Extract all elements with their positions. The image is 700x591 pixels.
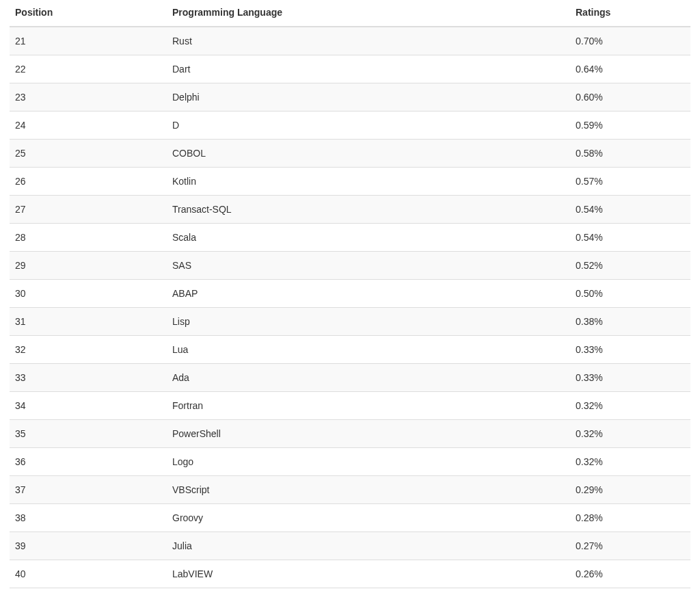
table-row: 22Dart0.64% [10, 55, 690, 83]
cell-language: PowerShell [167, 420, 570, 448]
cell-language: Lua [167, 336, 570, 364]
cell-position: 37 [10, 476, 167, 504]
header-language: Programming Language [167, 0, 570, 27]
cell-ratings: 0.32% [570, 392, 690, 420]
cell-language: Rust [167, 27, 570, 55]
cell-ratings: 0.60% [570, 83, 690, 111]
header-position: Position [10, 0, 167, 27]
cell-language: Julia [167, 532, 570, 560]
table-row: 30ABAP0.50% [10, 280, 690, 308]
table-row: 33Ada0.33% [10, 364, 690, 392]
cell-language: D [167, 111, 570, 140]
table-row: 37VBScript0.29% [10, 476, 690, 504]
cell-position: 29 [10, 252, 167, 280]
cell-ratings: 0.64% [570, 55, 690, 83]
cell-ratings: 0.33% [570, 364, 690, 392]
table-row: 32Lua0.33% [10, 336, 690, 364]
table-row: 26Kotlin0.57% [10, 168, 690, 196]
cell-position: 33 [10, 364, 167, 392]
cell-ratings: 0.27% [570, 532, 690, 560]
cell-ratings: 0.50% [570, 280, 690, 308]
cell-position: 23 [10, 83, 167, 111]
cell-ratings: 0.58% [570, 140, 690, 168]
cell-ratings: 0.54% [570, 224, 690, 252]
cell-position: 31 [10, 308, 167, 336]
cell-position: 34 [10, 392, 167, 420]
table-row: 25COBOL0.58% [10, 140, 690, 168]
cell-position: 21 [10, 27, 167, 55]
cell-position: 40 [10, 560, 167, 588]
cell-ratings: 0.28% [570, 504, 690, 532]
cell-language: Logo [167, 448, 570, 476]
table-row: 39Julia0.27% [10, 532, 690, 560]
cell-position: 36 [10, 448, 167, 476]
table-row: 36Logo0.32% [10, 448, 690, 476]
cell-language: Ada [167, 364, 570, 392]
cell-language: Scala [167, 224, 570, 252]
table-row: 28Scala0.54% [10, 224, 690, 252]
table-row: 21Rust0.70% [10, 27, 690, 55]
header-ratings: Ratings [570, 0, 690, 27]
cell-language: Transact-SQL [167, 196, 570, 224]
cell-position: 38 [10, 504, 167, 532]
cell-ratings: 0.59% [570, 111, 690, 140]
cell-ratings: 0.32% [570, 448, 690, 476]
table-body: 21Rust0.70%22Dart0.64%23Delphi0.60%24D0.… [10, 27, 690, 588]
table-row: 31Lisp0.38% [10, 308, 690, 336]
cell-ratings: 0.52% [570, 252, 690, 280]
cell-ratings: 0.70% [570, 27, 690, 55]
cell-language: Delphi [167, 83, 570, 111]
cell-position: 32 [10, 336, 167, 364]
table-row: 40LabVIEW0.26% [10, 560, 690, 588]
table-row: 29SAS0.52% [10, 252, 690, 280]
cell-ratings: 0.32% [570, 420, 690, 448]
cell-language: VBScript [167, 476, 570, 504]
cell-ratings: 0.33% [570, 336, 690, 364]
table-header-row: Position Programming Language Ratings [10, 0, 690, 27]
cell-position: 22 [10, 55, 167, 83]
cell-language: Kotlin [167, 168, 570, 196]
cell-position: 25 [10, 140, 167, 168]
cell-language: Lisp [167, 308, 570, 336]
cell-language: COBOL [167, 140, 570, 168]
cell-ratings: 0.54% [570, 196, 690, 224]
cell-language: ABAP [167, 280, 570, 308]
cell-ratings: 0.38% [570, 308, 690, 336]
table-row: 24D0.59% [10, 111, 690, 140]
cell-position: 28 [10, 224, 167, 252]
language-ranking-table-container: Position Programming Language Ratings 21… [0, 0, 700, 588]
cell-language: LabVIEW [167, 560, 570, 588]
cell-position: 26 [10, 168, 167, 196]
cell-position: 24 [10, 111, 167, 140]
table-row: 35PowerShell0.32% [10, 420, 690, 448]
language-ranking-table: Position Programming Language Ratings 21… [10, 0, 690, 588]
cell-ratings: 0.26% [570, 560, 690, 588]
cell-language: Dart [167, 55, 570, 83]
cell-position: 35 [10, 420, 167, 448]
cell-position: 39 [10, 532, 167, 560]
table-row: 38Groovy0.28% [10, 504, 690, 532]
cell-language: Groovy [167, 504, 570, 532]
cell-ratings: 0.29% [570, 476, 690, 504]
cell-language: SAS [167, 252, 570, 280]
cell-position: 30 [10, 280, 167, 308]
table-row: 27Transact-SQL0.54% [10, 196, 690, 224]
table-row: 34Fortran0.32% [10, 392, 690, 420]
table-row: 23Delphi0.60% [10, 83, 690, 111]
cell-ratings: 0.57% [570, 168, 690, 196]
cell-position: 27 [10, 196, 167, 224]
cell-language: Fortran [167, 392, 570, 420]
